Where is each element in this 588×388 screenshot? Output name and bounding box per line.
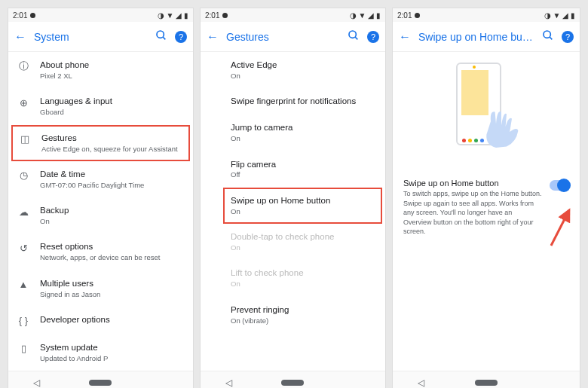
item-developer-options[interactable]: { } Developer options [8, 307, 193, 335]
help-icon[interactable]: ? [562, 31, 574, 43]
nav-bar: ◁ ◁ [393, 371, 580, 388]
status-bar: 2:01 ◑ ▼ ◢ ▮ [393, 8, 580, 22]
reset-icon: ↺ [17, 242, 29, 254]
item-system-update[interactable]: ▯ System updateUpdated to Android P [8, 335, 193, 371]
search-icon[interactable] [542, 29, 554, 44]
screen-swipe-up-detail: 2:01 ◑ ▼ ◢ ▮ ← Swipe up on Home butt... … [392, 8, 580, 388]
phone-icon: ▯ [17, 343, 29, 355]
app-bar: ← System ? [8, 22, 193, 52]
status-icons: ◑ ▼ ◢ ▮ [544, 11, 575, 20]
status-icons: ◑ ▼ ◢ ▮ [158, 11, 188, 20]
setting-detail: Swipe up on Home button To switch apps, … [393, 171, 580, 244]
item-languages[interactable]: ⊕ Languages & inputGboard [8, 88, 193, 124]
back-icon[interactable]: ← [399, 30, 411, 44]
nav-bar: ◁ ◁ [201, 371, 385, 388]
status-icons: ◑ ▼ ◢ ▮ [350, 11, 381, 20]
status-bar: 2:01 ◑ ▼ ◢ ▮ [201, 8, 385, 22]
item-multiple-users[interactable]: ▲ Multiple usersSigned in as Jason [8, 270, 193, 307]
page-title: System [34, 31, 148, 43]
item-double-tap[interactable]: Double-tap to check phoneOn [201, 224, 385, 260]
item-prevent-ringing[interactable]: Prevent ringingOn (vibrate) [201, 297, 385, 333]
item-flip-camera[interactable]: Flip cameraOff [201, 151, 385, 188]
gestures-list: Active EdgeOn Swipe fingerprint for noti… [201, 52, 385, 371]
help-icon[interactable]: ? [175, 31, 187, 43]
braces-icon: { } [17, 315, 29, 327]
settings-list: ⓘ About phonePixel 2 XL ⊕ Languages & in… [8, 52, 193, 371]
gestures-icon: ◫ [19, 133, 31, 145]
detail-description: To switch apps, swipe up on the Home but… [403, 189, 542, 237]
info-icon: ⓘ [17, 60, 29, 72]
nav-home-pill[interactable] [281, 380, 304, 386]
search-icon[interactable] [155, 29, 167, 44]
item-reset[interactable]: ↺ Reset optionsNetwork, apps, or device … [8, 234, 193, 270]
item-gestures[interactable]: ◫ GesturesActive Edge on, squeeze for yo… [11, 125, 190, 161]
item-swipe-up-home[interactable]: Swipe up on Home buttonOn [223, 188, 382, 224]
page-title: Swipe up on Home butt... [418, 31, 534, 43]
clock-icon: ◷ [17, 170, 29, 182]
globe-icon: ⊕ [17, 96, 29, 108]
toggle-swipe-up[interactable] [550, 180, 569, 191]
screen-gestures: 2:01 ◑ ▼ ◢ ▮ ← Gestures ? Active EdgeOn … [200, 8, 386, 388]
user-icon: ▲ [17, 279, 29, 291]
svg-point-0 [157, 31, 164, 38]
svg-line-3 [355, 37, 357, 39]
notification-dot [30, 13, 35, 18]
app-bar: ← Swipe up on Home butt... ? [393, 22, 580, 52]
item-about-phone[interactable]: ⓘ About phonePixel 2 XL [8, 52, 193, 88]
item-active-edge[interactable]: Active EdgeOn [201, 52, 385, 88]
nav-back-icon[interactable]: ◁ [418, 377, 424, 388]
item-backup[interactable]: ☁ BackupOn [8, 197, 193, 234]
back-icon[interactable]: ← [207, 30, 219, 44]
screen-system: 2:01 ◑ ▼ ◢ ▮ ← System ? ⓘ About phonePix… [8, 8, 194, 388]
backup-icon: ☁ [17, 206, 29, 218]
svg-point-2 [349, 31, 356, 38]
item-swipe-fingerprint[interactable]: Swipe fingerprint for notifications [201, 88, 385, 115]
status-time: 2:01 [205, 11, 219, 20]
nav-back-icon[interactable]: ◁ [225, 377, 232, 388]
notification-dot [222, 13, 228, 18]
help-icon[interactable]: ? [367, 31, 379, 43]
status-time: 2:01 [397, 11, 412, 20]
search-icon[interactable] [348, 29, 360, 44]
nav-back-icon[interactable]: ◁ [33, 377, 40, 388]
item-jump-camera[interactable]: Jump to cameraOn [201, 115, 385, 151]
nav-bar: ◁ ◁ [8, 371, 193, 388]
back-icon[interactable]: ← [14, 30, 26, 44]
item-lift-check[interactable]: Lift to check phoneOn [201, 260, 385, 296]
svg-line-5 [550, 37, 552, 39]
hero-illustration [393, 52, 580, 171]
svg-line-1 [163, 37, 165, 39]
detail-title: Swipe up on Home button [403, 179, 542, 188]
item-date-time[interactable]: ◷ Date & timeGMT-07:00 Pacific Daylight … [8, 161, 193, 197]
hand-icon [475, 100, 528, 153]
app-bar: ← Gestures ? [201, 22, 385, 52]
svg-point-4 [544, 31, 550, 38]
detail-content: Swipe up on Home button To switch apps, … [393, 52, 580, 371]
page-title: Gestures [226, 31, 340, 43]
status-time: 2:01 [13, 11, 27, 20]
notification-dot [415, 13, 420, 18]
status-bar: 2:01 ◑ ▼ ◢ ▮ [8, 8, 193, 22]
nav-home-pill[interactable] [89, 380, 112, 386]
nav-home-pill[interactable] [475, 380, 498, 386]
